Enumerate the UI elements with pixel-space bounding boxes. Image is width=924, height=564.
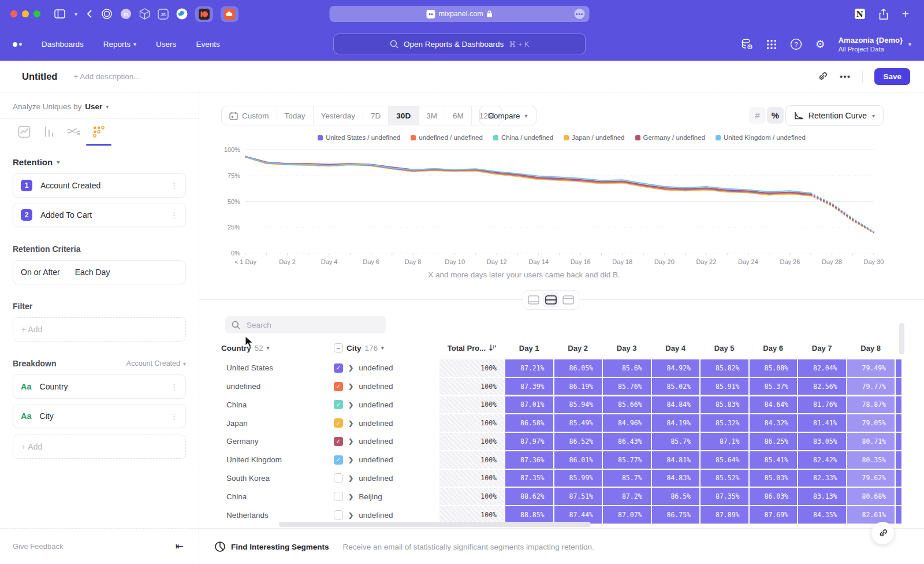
back-icon[interactable] — [87, 10, 92, 18]
expand-chevron-icon[interactable]: ❯ — [348, 401, 353, 409]
cube-tab-icon[interactable] — [139, 8, 150, 20]
range-30d[interactable]: 30D — [388, 106, 418, 125]
breakdown-card-city[interactable]: Aa City ⋮ — [13, 404, 186, 428]
legend-item[interactable]: undefined / undefined — [411, 134, 483, 141]
zoom-window-button[interactable] — [33, 10, 40, 17]
expand-chevron-icon[interactable]: ❯ — [348, 364, 353, 372]
close-window-button[interactable] — [10, 10, 17, 17]
table-search-input[interactable] — [245, 320, 372, 330]
url-options-icon[interactable]: ••• — [575, 9, 585, 19]
find-segments-title[interactable]: Find Interesting Segments — [231, 543, 329, 551]
expand-chevron-icon[interactable]: ❯ — [348, 493, 353, 500]
nav-dashboards[interactable]: Dashboards — [42, 40, 84, 49]
criteria-card[interactable]: On or After Each Day — [13, 260, 186, 284]
unit-absolute-toggle[interactable]: # — [749, 107, 766, 124]
save-button[interactable]: Save — [874, 68, 910, 85]
breakdown-card-country[interactable]: Aa Country ⋮ — [13, 374, 186, 399]
column-header-day[interactable]: Day 5 — [699, 344, 748, 352]
layout-split[interactable] — [543, 292, 559, 307]
collapse-sidebar-icon[interactable]: ⇤ — [176, 540, 184, 552]
criteria-on-or-after[interactable]: On or After — [21, 268, 60, 277]
row-checkbox[interactable]: ✓ — [334, 455, 343, 465]
tab-retention[interactable] — [92, 125, 106, 139]
add-description[interactable]: + Add description... — [73, 72, 140, 81]
share-icon[interactable] — [879, 9, 888, 20]
minimize-window-button[interactable] — [22, 10, 29, 17]
retention-section-title[interactable]: Retention — [13, 157, 53, 167]
mixpanel-logo[interactable] — [13, 42, 22, 47]
vertical-scrollbar[interactable] — [899, 323, 904, 354]
kebab-menu-icon[interactable]: ⋮ — [170, 211, 178, 220]
nav-events[interactable]: Events — [196, 40, 219, 49]
settings-gear-icon[interactable]: ⚙ — [815, 38, 825, 51]
new-tab-icon[interactable]: + — [902, 7, 909, 21]
range-custom[interactable]: Custom — [222, 106, 277, 125]
range-today[interactable]: Today — [277, 106, 313, 125]
legend-item[interactable]: Japan / undefined — [564, 134, 624, 141]
sort-descending-icon[interactable] — [489, 344, 496, 351]
table-search[interactable] — [225, 316, 386, 333]
row-checkbox[interactable] — [334, 473, 343, 483]
active-tab-cloud[interactable] — [221, 6, 239, 22]
tab-flows[interactable] — [67, 125, 81, 139]
column-header-day[interactable]: Day 8 — [846, 344, 895, 352]
project-switcher[interactable]: Amazonia {Demo} All Project Data ▾ — [839, 36, 911, 52]
unit-percent-toggle[interactable]: % — [767, 107, 784, 124]
row-checkbox[interactable] — [334, 510, 343, 520]
copy-link-icon[interactable] — [817, 71, 828, 82]
report-title[interactable]: Untitled — [22, 71, 57, 82]
open-reports-search[interactable]: Open Reports & Dashboards ⌘ + K — [333, 34, 586, 54]
chart-type-dropdown[interactable]: Retention Curve ▾ — [785, 105, 884, 126]
url-bar[interactable]: mixpanel.com ••• — [330, 6, 590, 22]
range-6m[interactable]: 6M — [445, 106, 471, 125]
expand-chevron-icon[interactable]: ❯ — [348, 383, 353, 390]
chevron-down-icon[interactable]: ▾ — [74, 11, 77, 17]
tab-funnels[interactable] — [42, 125, 56, 139]
row-checkbox[interactable]: ✓ — [334, 437, 343, 446]
bird-tab-icon[interactable] — [176, 8, 188, 20]
row-checkbox[interactable]: ✓ — [334, 363, 343, 373]
column-header-country[interactable]: Country52▾ — [221, 344, 334, 352]
row-checkbox[interactable]: ✓ — [334, 418, 343, 428]
column-header-day[interactable]: Day 4 — [651, 344, 700, 352]
row-checkbox[interactable]: ✓ — [334, 382, 343, 391]
expand-chevron-icon[interactable]: ❯ — [348, 474, 353, 482]
legend-item[interactable]: Germany / undefined — [635, 134, 705, 141]
data-management-icon[interactable] — [741, 38, 753, 50]
expand-chevron-icon[interactable]: ❯ — [348, 456, 353, 463]
active-tab-red[interactable] — [195, 6, 213, 22]
more-options-button[interactable]: ••• — [840, 72, 851, 82]
apps-grid-icon[interactable] — [766, 39, 777, 50]
select-all-checkbox[interactable]: – — [334, 343, 343, 352]
nav-users[interactable]: Users — [156, 40, 176, 49]
expand-chevron-icon[interactable]: ❯ — [348, 420, 353, 427]
criteria-each-day[interactable]: Each Day — [75, 268, 110, 277]
share-link-floating-button[interactable] — [871, 522, 894, 544]
compare-button[interactable]: Compare ▾ — [479, 106, 536, 125]
column-header-day[interactable]: Day 3 — [602, 344, 651, 352]
help-icon[interactable]: ? — [790, 38, 802, 50]
range-7d[interactable]: 7D — [363, 106, 388, 125]
tab-insights[interactable] — [17, 125, 31, 139]
avatar-tab-icon[interactable]: m — [120, 8, 132, 20]
column-header-day[interactable]: Day 6 — [748, 344, 798, 352]
horizontal-scrollbar[interactable] — [279, 522, 591, 527]
column-header-day[interactable]: Day 2 — [553, 344, 602, 352]
legend-item[interactable]: United States / undefined — [318, 134, 400, 141]
notion-extension-icon[interactable]: N — [855, 9, 865, 19]
range-yesterday[interactable]: Yesterday — [313, 106, 363, 125]
js-tab-icon[interactable]: JS — [158, 9, 169, 20]
breakdown-scope-dropdown[interactable]: Account Created ▾ — [126, 359, 186, 368]
step-card-account-created[interactable]: 1 Account Created ⋮ — [13, 173, 186, 198]
row-checkbox[interactable] — [334, 492, 343, 501]
kebab-menu-icon[interactable]: ⋮ — [170, 181, 178, 190]
give-feedback-link[interactable]: Give Feedback — [13, 542, 63, 551]
kebab-menu-icon[interactable]: ⋮ — [170, 383, 178, 391]
column-header-city[interactable]: –City176▾ — [334, 343, 426, 352]
sidebar-toggle-icon[interactable] — [54, 9, 65, 18]
range-3m[interactable]: 3M — [418, 106, 445, 125]
layout-chart-only[interactable] — [526, 292, 542, 307]
nav-reports[interactable]: Reports▾ — [103, 40, 136, 49]
column-header-day[interactable]: Day 7 — [797, 344, 846, 352]
column-header-day[interactable]: Day 1 — [504, 344, 553, 352]
